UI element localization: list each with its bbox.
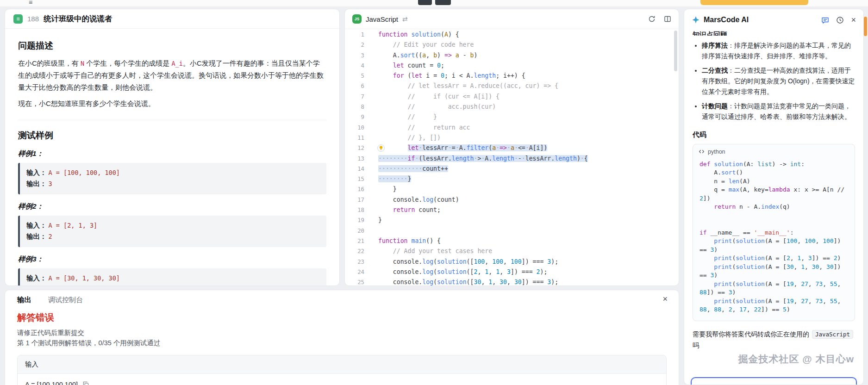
clipped-text: 知识点回顾 [693,31,855,36]
line-number: 10 [345,123,364,133]
code-line[interactable]: 6 // let lessArr = A.reduce((acc, cur) =… [345,81,679,91]
code-heading: 代码 [693,130,855,139]
line-number: 22 [345,246,364,256]
javascript-icon: JS [352,14,362,24]
chat-icon[interactable] [821,16,829,24]
tab-output[interactable]: 输出 [17,295,31,305]
line-number: 9 [345,112,364,122]
example-output: 输出：3 [26,284,320,286]
code-line[interactable]: 12 let·lessArr·=·A.filter(a·=>·a·<=·A[i]… [345,143,679,153]
lightbulb-icon[interactable] [377,144,385,152]
code-line[interactable]: 10 // return acc [345,123,679,133]
line-number: 16 [345,184,364,194]
ai-header: MarsCode AI × [684,9,863,31]
example-block: 输入：A = [2, 1, 3]输出：2 [18,216,326,247]
topbar-button-1[interactable] [418,0,432,5]
code-line[interactable]: 11 // }, []) [345,133,679,143]
problem-body: 问题描述 在小C的班级里，有 N 个学生，每个学生的成绩是 A_i。小C发现了一… [5,29,339,286]
code-line[interactable]: 3 A.sort((a, b) => a - b) [345,50,679,61]
menu-icon[interactable]: ≡ [29,0,32,6]
ai-code-line [699,220,848,229]
line-number: 11 [345,133,364,143]
code-line[interactable]: 15········} [345,174,679,184]
code-line[interactable]: 8 // acc.push(cur) [345,102,679,112]
line-number: 20 [345,226,364,236]
description-heading: 问题描述 [18,40,326,52]
topbar-button-2[interactable] [435,0,451,5]
code-line[interactable]: 24 console.log(solution([2, 1, 1, 3]) ==… [345,267,679,277]
question-text: 需要我帮你将答案代码转成你正在使用的 [693,330,811,338]
problem-panel: ≡ 188 统计班级中的说谎者 问题描述 在小C的班级里，有 N 个学生，每个学… [5,9,340,286]
code-editor[interactable]: 1function solution(A) {2 // Edit your co… [345,30,679,286]
selected-code: let·lessArr·=·A.filter(a·=>·a·<=·A[i]) [408,144,548,151]
ai-code-line: def solution(A: list) -> int: [699,160,848,169]
language-chip: JavaScript [812,330,853,339]
swap-language-icon[interactable]: ⇄ [402,15,408,23]
example-label: 样例2： [18,202,326,211]
code-line[interactable]: 13········if·(lessArr.length·>·A.length·… [345,154,679,164]
editor-scrollbar[interactable] [674,31,677,71]
code-line[interactable]: 17 console.log(count) [345,195,679,205]
question-text-suffix: 吗 [693,342,699,349]
code-line[interactable]: 16 } [345,184,679,194]
code-line[interactable]: 7 // if (cur <= A[i]) { [345,92,679,102]
code-line[interactable]: 21function main() { [345,236,679,246]
editor-panel: JS JavaScript ⇄ 1function solution(A) {2… [344,9,679,286]
code-line[interactable]: 20 [345,226,679,236]
ai-code-line: print(solution(A = [19, 27, 73, 55, 88, … [699,297,848,314]
top-bar: ≡ [0,0,868,6]
examples-list: 样例1：输入：A = [100, 100, 100]输出：3样例2：输入：A =… [18,149,326,286]
topbar-highlight[interactable] [700,0,808,5]
line-number: 2 [345,40,364,50]
line-number: 8 [345,102,364,112]
line-number: 18 [345,205,364,215]
ai-code-line: return n - A.index(q) [699,203,848,211]
line-number: 13 [345,154,364,164]
page-scrollbar-thumb[interactable] [864,17,867,36]
code-line[interactable]: 23 console.log(solution([100, 100, 100])… [345,257,679,267]
chat-input[interactable] [691,377,857,385]
input-section-header[interactable]: 输入 [18,355,666,374]
split-view-icon[interactable] [664,15,671,23]
refresh-icon[interactable] [648,15,656,23]
code-line[interactable]: 1function solution(A) { [345,30,679,40]
code-line[interactable]: 18 return count; [345,205,679,215]
code-line[interactable]: 5 for (let i = 0; i < A.length; i++) { [345,71,679,81]
ai-code-line: print(solution(A = [19, 27, 73, 55, 88])… [699,280,848,297]
ai-code: def solution(A: list) -> int: A.sort() n… [693,159,855,321]
close-icon[interactable]: × [662,294,668,304]
ai-code-line: n = len(A) [699,177,848,186]
line-number: 12 [345,143,364,153]
ai-content: 知识点回顾 排序算法：排序是解决许多问题的基本工具，常见的排序算法有快速排序、归… [684,31,863,385]
example-input: 输入：A = [30, 1, 30, 30] [26,273,320,284]
code-icon [699,149,705,155]
line-number: 15 [345,174,364,184]
example-output: 输出：3 [26,179,320,190]
copy-icon[interactable] [82,381,89,385]
code-line[interactable]: 9 // } [345,112,679,122]
example-input: 输入：A = [2, 1, 3] [26,220,320,231]
code-line[interactable]: 14············count++ [345,164,679,174]
problem-paragraph-2: 现在，小C想知道班里有多少个学生会说谎。 [18,98,326,110]
sparkle-icon [692,16,700,24]
problem-paragraph-1: 在小C的班级里，有 N 个学生，每个学生的成绩是 A_i。小C发现了一件有趣的事… [18,57,326,93]
tab-debug-console[interactable]: 调试控制台 [48,296,83,304]
knowledge-point: 计数问题：计数问题是算法竞赛中常见的一类问题，通常可以通过排序、哈希表、前缀和等… [702,101,855,122]
line-number: 25 [345,277,364,286]
history-icon[interactable] [836,16,844,24]
ai-code-line: A.sort() [699,168,848,177]
watermark: 掘金技术社区 @ 木目心w [738,353,854,366]
code-block-header: python [693,144,855,159]
code-line[interactable]: 4 let count = 0; [345,61,679,71]
problem-doc-icon: ≡ [13,14,23,24]
ai-code-line: if __name__ == '__main__': [699,229,848,237]
code-line[interactable]: 19} [345,215,679,225]
input-section-body: A = [100,100,100] [18,374,666,385]
code-line[interactable]: 25 console.log(solution([30, 1, 30, 30])… [345,277,679,286]
line-number: 24 [345,267,364,277]
code-line[interactable]: 22 // Add your test cases here [345,246,679,256]
close-icon[interactable]: × [851,16,856,24]
code-line[interactable]: 2 // Edit your code here [345,40,679,50]
problem-title: 统计班级中的说谎者 [44,14,112,24]
example-label: 样例1： [18,149,326,159]
